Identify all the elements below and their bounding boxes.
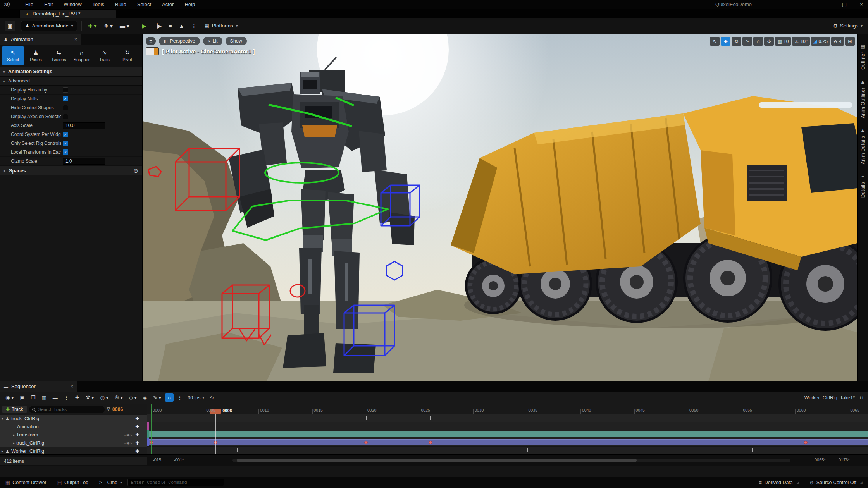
track-row-transform[interactable]: ▸ Transform ◅◆▻ ✚: [0, 431, 147, 439]
mode-select-button[interactable]: ↖ Select: [2, 46, 24, 65]
maximize-button[interactable]: ▢: [841, 2, 848, 7]
grid-snap-toggle[interactable]: ▦10: [775, 37, 791, 46]
platforms-dropdown[interactable]: ▦ Platforms ▾: [204, 23, 238, 29]
eject-button[interactable]: ▲: [177, 21, 187, 31]
track-search[interactable]: [29, 406, 105, 413]
add-section-icon[interactable]: ✚: [135, 424, 139, 430]
tab-anim-details[interactable]: ♟ Anim Details: [860, 128, 866, 164]
working-range-end[interactable]: 0065*: [814, 457, 827, 462]
axis-scale-field[interactable]: [63, 122, 105, 129]
scale-snap-toggle[interactable]: ◢0.25: [811, 37, 830, 46]
camera-icon[interactable]: [146, 47, 159, 55]
mode-snapper-button[interactable]: ∩ Snapper: [71, 46, 92, 65]
working-range-start[interactable]: -001*: [173, 457, 184, 462]
close-icon[interactable]: ×: [71, 384, 73, 389]
hide-control-shapes-checkbox[interactable]: ✓: [63, 105, 68, 110]
select-tool[interactable]: ↖: [710, 37, 720, 46]
close-icon[interactable]: ×: [74, 37, 77, 42]
cinematics-dropdown[interactable]: ▬ ▾: [117, 21, 132, 31]
close-button[interactable]: ×: [858, 2, 865, 7]
surface-snap-toggle[interactable]: ⌂: [753, 37, 763, 46]
view-options-dropdown[interactable]: ◎ ▾: [98, 393, 110, 402]
keyframe-frame-61[interactable]: [804, 441, 808, 444]
tab-details[interactable]: ≡ Details: [860, 175, 866, 198]
scale-tool[interactable]: ⇲: [742, 37, 752, 46]
stop-button[interactable]: ■: [166, 21, 174, 31]
ctrlrig-section-bar[interactable]: [147, 439, 868, 445]
active-take-label[interactable]: Worker_CtrlRig_Take1*: [804, 395, 855, 400]
step-forward-button[interactable]: ▕▶: [151, 21, 164, 31]
blueprints-dropdown[interactable]: ❖ ▾: [101, 21, 115, 31]
play-button[interactable]: ▶: [140, 21, 149, 31]
coord-system-checkbox[interactable]: ✓: [63, 132, 68, 137]
add-actor-to-sequencer-icon[interactable]: ✚: [73, 393, 82, 402]
timeline-ruler[interactable]: 0006 00000005001000150020002500300035004…: [147, 404, 868, 414]
lane-truck-ctrlrig-keys[interactable]: [147, 438, 868, 447]
display-nulls-checkbox[interactable]: ✓: [63, 96, 68, 101]
track-row-truck-ctrlrig[interactable]: ▾ ♟ truck_CtrlRig ✚: [0, 415, 147, 423]
edit-options-dropdown[interactable]: ✎ ▾: [151, 393, 164, 402]
menu-help[interactable]: Help: [180, 1, 200, 8]
keyframe-frame-20[interactable]: [364, 441, 368, 444]
mode-trails-button[interactable]: ∿ Trails: [94, 46, 115, 65]
mode-pivot-button[interactable]: ↻ Pivot: [117, 46, 138, 65]
menu-tools[interactable]: Tools: [88, 1, 109, 8]
world-local-toggle[interactable]: ✣: [764, 37, 774, 46]
tab-outliner[interactable]: ▤ Outliner: [860, 44, 866, 70]
tab-animation[interactable]: ♟ Animation ×: [0, 34, 81, 45]
view-range-start[interactable]: -015: [152, 457, 162, 462]
add-section-icon[interactable]: ✚: [135, 416, 139, 421]
snap-options-dots[interactable]: ⋮: [175, 393, 185, 402]
filter-icon[interactable]: ∇: [107, 407, 110, 412]
render-movie-icon[interactable]: ▥: [39, 393, 48, 402]
section-advanced[interactable]: ▾ Advanced: [0, 76, 142, 86]
gizmo-scale-field[interactable]: [63, 158, 105, 165]
key-navigation-arrows[interactable]: ◅◆▻: [124, 441, 133, 445]
console-command-input[interactable]: [127, 479, 224, 486]
unreal-logo-icon[interactable]: U: [4, 2, 10, 7]
section-animation-settings[interactable]: ▾ Animation Settings: [0, 67, 142, 76]
more-options-dots[interactable]: ⋮: [62, 393, 71, 402]
maximize-viewport-button[interactable]: ⊞: [845, 37, 855, 46]
add-space-icon[interactable]: ⊕: [133, 167, 138, 174]
track-row-truck-ctrlrig-child[interactable]: ▸ truck_CtrlRig ◅◆▻ ✚: [0, 439, 147, 447]
menu-file[interactable]: File: [21, 1, 38, 8]
rotation-snap-toggle[interactable]: ∠10°: [792, 37, 809, 46]
menu-window[interactable]: Window: [59, 1, 86, 8]
viewport-options-menu[interactable]: ≡: [146, 37, 156, 45]
menu-actor[interactable]: Actor: [157, 1, 178, 8]
world-options-dropdown[interactable]: ◉ ▾: [3, 393, 16, 402]
lane-truck-ctrlrig[interactable]: [147, 414, 868, 422]
camera-options-dropdown[interactable]: ✇ ▾: [112, 393, 125, 402]
lane-worker-ctrlrig[interactable]: [147, 447, 868, 455]
current-frame-value[interactable]: 0006: [112, 407, 123, 412]
cmd-dropdown[interactable]: >_ Cmd ▾: [94, 477, 127, 488]
scrollbar-thumb[interactable]: [237, 459, 637, 462]
find-in-content-browser-icon[interactable]: ❐: [29, 393, 38, 402]
key-navigation-arrows[interactable]: ◅◆▻: [124, 433, 133, 437]
tab-sequencer[interactable]: ▬ Sequencer ×: [0, 381, 78, 392]
playback-options-dropdown[interactable]: ⚒ ▾: [83, 393, 96, 402]
playhead-line[interactable]: [215, 414, 216, 457]
play-options-dots[interactable]: ⋮: [189, 21, 199, 31]
add-track-button[interactable]: ✚ Track: [2, 406, 27, 413]
editor-mode-dropdown[interactable]: ♟ Animation Mode ▾: [21, 21, 78, 31]
track-row-animation[interactable]: Animation ✚: [0, 423, 147, 431]
show-dropdown[interactable]: Show: [226, 37, 247, 45]
perspective-dropdown[interactable]: ◧ Perspective: [159, 37, 200, 45]
lit-dropdown[interactable]: ◑ Lit: [203, 37, 222, 45]
curve-editor-icon[interactable]: ∿: [207, 393, 216, 402]
content-drawer-button[interactable]: ▦ Content Drawer: [0, 477, 52, 488]
expander-icon[interactable]: ▸: [12, 433, 16, 437]
tab-demomap[interactable]: ▲ DemoMap_Fin_RVT*: [19, 9, 116, 18]
mode-poses-button[interactable]: ♟ Poses: [25, 46, 46, 65]
add-actor-dropdown[interactable]: ✚ ▾: [86, 21, 99, 31]
display-hierarchy-checkbox[interactable]: ✓: [63, 87, 68, 93]
mode-tweens-button[interactable]: ⇆ Tweens: [48, 46, 69, 65]
keyframe-frame-26[interactable]: [429, 441, 432, 444]
section-spaces[interactable]: ▸ Spaces ⊕: [0, 166, 142, 175]
save-button[interactable]: ▣: [5, 21, 16, 31]
timeline-scrollbar[interactable]: [232, 459, 790, 462]
camera-speed-button[interactable]: ✇4: [831, 37, 844, 46]
menu-edit[interactable]: Edit: [40, 1, 57, 8]
